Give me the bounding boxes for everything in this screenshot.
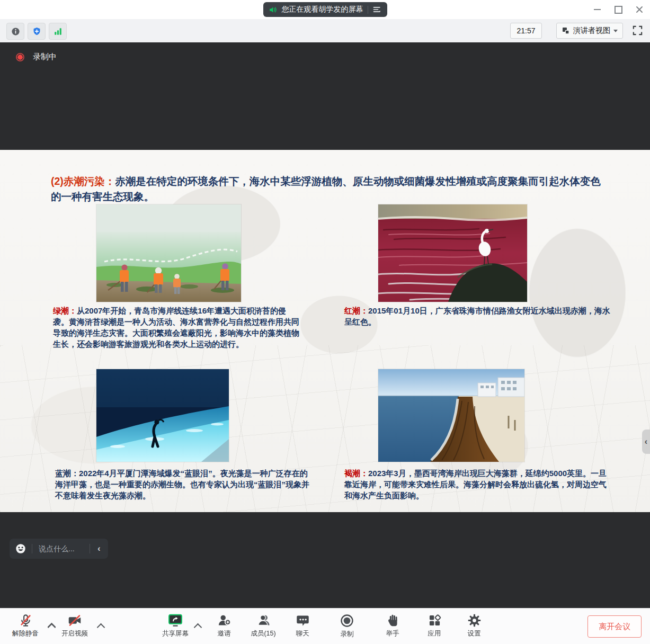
blue-tide-label: 蓝潮： <box>55 469 79 478</box>
record-label: 录制 <box>341 630 354 639</box>
unmute-button[interactable]: 解除静音 <box>3 613 48 638</box>
members-icon <box>256 613 271 628</box>
brown-tide-label: 褐潮： <box>344 469 368 478</box>
blue-tide-photo <box>96 369 229 462</box>
chat-button[interactable]: 聊天 <box>280 613 325 638</box>
chevron-left-icon: ‹ <box>645 437 647 446</box>
chat-quick-input: ‹ <box>10 539 108 559</box>
fullscreen-icon <box>631 24 644 37</box>
minimize-icon <box>594 9 601 10</box>
banner-divider <box>368 6 368 14</box>
banner-menu-icon[interactable] <box>372 5 382 14</box>
blue-tide-text: 2022年4月平厦门潭海域爆发“蓝眼泪”。夜光藻是一种广泛存在的海洋甲藻，也是一… <box>55 469 309 500</box>
chat-pill-divider <box>32 544 32 553</box>
apps-icon <box>428 613 442 628</box>
recording-label: 录制中 <box>33 52 57 62</box>
record-icon <box>340 613 354 628</box>
titlebar: 您正在观看胡学发的屏幕 <box>0 0 650 19</box>
settings-button[interactable]: 设置 <box>452 613 496 638</box>
brown-tide-text: 2023年3月，墨西哥湾海岸出现巨大海藻群，延绵约5000英里。一旦靠近海岸，可… <box>344 469 607 500</box>
window-controls <box>592 4 645 15</box>
invite-icon <box>217 613 231 628</box>
info-icon <box>11 26 21 37</box>
banner-text: 您正在观看胡学发的屏幕 <box>282 5 363 14</box>
fullscreen-button[interactable] <box>631 24 644 39</box>
camera-off-icon <box>67 613 82 628</box>
slide-title-prefix: (2)赤潮污染： <box>51 175 115 187</box>
chat-label: 聊天 <box>296 629 309 638</box>
slide-title: (2)赤潮污染：赤潮是在特定的环境条件下，海水中某些浮游植物、原生动物或细菌爆发… <box>51 174 610 204</box>
mic-muted-icon <box>19 613 33 628</box>
green-tide-label: 绿潮： <box>53 306 77 315</box>
recording-dot-icon <box>16 53 24 61</box>
emoji-icon[interactable] <box>15 543 26 554</box>
chat-collapse-button[interactable]: ‹ <box>95 543 103 554</box>
screen-share-banner: 您正在观看胡学发的屏幕 <box>263 2 387 17</box>
timer-value: 21:57 <box>517 26 535 35</box>
apps-button[interactable]: 应用 <box>412 613 457 638</box>
chat-icon <box>296 613 310 628</box>
minimize-button[interactable] <box>592 4 602 15</box>
start-video-button[interactable]: 开启视频 <box>52 613 97 638</box>
record-button[interactable]: 录制 <box>325 613 369 639</box>
shield-plus-icon <box>32 26 42 37</box>
chat-message-input[interactable] <box>38 544 84 553</box>
green-tide-photo <box>96 204 241 302</box>
meeting-controls-bar: 解除静音 开启视频 共享屏幕 <box>0 608 650 644</box>
side-panel-collapse-tab[interactable]: ‹ <box>642 430 650 454</box>
video-options-chevron[interactable] <box>97 623 105 632</box>
meeting-window: 您正在观看胡学发的屏幕 <box>0 0 650 644</box>
green-tide-text: 从2007年开始，青岛市海岸线连续16年遭遇大面积浒苔的侵袭。黄海浒苔绿潮是一种… <box>53 306 299 348</box>
start-video-label: 开启视频 <box>61 629 88 638</box>
raise-hand-label: 举手 <box>386 629 399 638</box>
green-tide-paragraph: 绿潮：从2007年开始，青岛市海岸线连续16年遭遇大面积浒苔的侵袭。黄海浒苔绿潮… <box>53 306 299 350</box>
brown-tide-photo <box>378 369 524 462</box>
red-tide-photo <box>378 204 527 302</box>
blue-tide-paragraph: 蓝潮：2022年4月平厦门潭海域爆发“蓝眼泪”。夜光藻是一种广泛存在的海洋甲藻，… <box>55 468 313 502</box>
share-screen-button[interactable]: 共享屏幕 <box>153 613 198 638</box>
view-mode-label: 演讲者视图 <box>573 26 610 35</box>
members-label: 成员(15) <box>251 629 275 638</box>
red-tide-label: 红潮： <box>344 306 368 315</box>
red-tide-text: 2015年01月10日，广东省珠海市情侣路渔女附近水域出现赤潮，海水呈红色。 <box>344 306 610 326</box>
network-quality-button[interactable] <box>49 23 67 40</box>
speaker-icon <box>269 5 278 14</box>
raise-hand-icon <box>386 613 400 628</box>
maximize-icon <box>615 6 622 14</box>
network-signal-icon <box>53 26 63 37</box>
meeting-timer[interactable]: 21:57 <box>510 23 542 39</box>
meeting-info-button[interactable] <box>6 23 24 40</box>
settings-icon <box>467 613 482 628</box>
security-button[interactable] <box>28 23 46 40</box>
meeting-toolbar-top: 21:57 演讲者视图 <box>0 19 650 43</box>
brown-tide-paragraph: 褐潮：2023年3月，墨西哥湾海岸出现巨大海藻群，延绵约5000英里。一旦靠近海… <box>344 468 612 502</box>
chat-pill-divider <box>90 544 90 553</box>
members-button[interactable]: 成员(15) <box>241 613 286 638</box>
invite-label: 邀请 <box>218 629 231 638</box>
slide-title-body: 赤潮是在特定的环境条件下，海水中某些浮游植物、原生动物或细菌爆发性增殖或高度聚集… <box>51 175 601 202</box>
leave-meeting-button[interactable]: 离开会议 <box>587 615 642 638</box>
unmute-label: 解除静音 <box>12 629 39 638</box>
raise-hand-button[interactable]: 举手 <box>370 613 415 638</box>
share-screen-label: 共享屏幕 <box>162 629 189 638</box>
recording-indicator: 录制中 <box>16 52 57 62</box>
apps-label: 应用 <box>428 629 441 638</box>
maximize-button[interactable] <box>613 4 624 15</box>
layout-view-icon <box>562 26 570 35</box>
invite-button[interactable]: 邀请 <box>202 613 246 638</box>
red-tide-paragraph: 红潮：2015年01月10日，广东省珠海市情侣路渔女附近水域出现赤潮，海水呈红色… <box>344 306 617 328</box>
share-screen-icon <box>167 613 183 628</box>
close-icon <box>636 6 643 13</box>
view-mode-dropdown[interactable]: 演讲者视图 <box>556 23 623 39</box>
shared-screen-area: 录制中 (2)赤潮污染：赤潮是在特定的环境条件下，海水中某些浮游植物、原生动物或… <box>0 42 650 608</box>
close-button[interactable] <box>634 4 645 15</box>
presentation-slide: (2)赤潮污染：赤潮是在特定的环境条件下，海水中某些浮游植物、原生动物或细菌爆发… <box>0 150 650 512</box>
caret-down-icon <box>613 30 618 32</box>
settings-label: 设置 <box>468 629 481 638</box>
